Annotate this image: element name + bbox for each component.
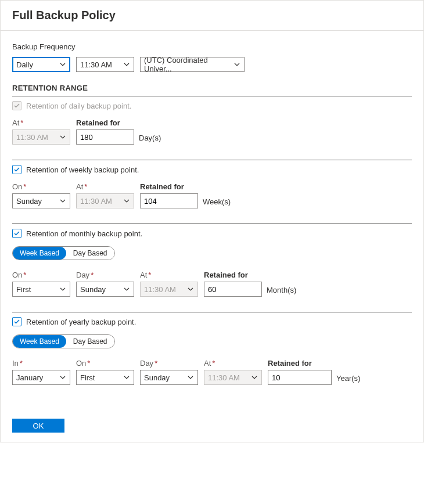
yearly-day-select[interactable]: Sunday [140, 370, 198, 385]
daily-at-select: 11:30 AM [12, 129, 70, 145]
chevron-down-icon [59, 374, 66, 381]
divider [12, 312, 412, 312]
frequency-schedule-value: Daily [16, 60, 33, 69]
daily-at-field: At* 11:30 AM [12, 118, 70, 145]
weekly-retained-label: Retained for [140, 182, 198, 191]
yearly-day-label: Day* [140, 359, 198, 368]
daily-retention-section: Retention of daily backup point. At* 11:… [12, 101, 412, 145]
weekly-on-label: On* [12, 182, 70, 191]
chevron-down-icon [123, 374, 130, 381]
monthly-basis-toggle: Week Based Day Based [12, 246, 115, 260]
retention-range-heading: RETENTION RANGE [12, 84, 412, 92]
yearly-at-field: At* 11:30 AM [204, 359, 262, 385]
yearly-in-label: In* [12, 359, 70, 368]
check-icon [13, 318, 20, 325]
monthly-unit: Month(s) [267, 286, 296, 297]
weekly-retained-input[interactable] [144, 197, 194, 206]
yearly-at-value: 11:30 AM [208, 373, 240, 382]
monthly-retained-input[interactable] [208, 285, 258, 294]
yearly-day-based-pill[interactable]: Day Based [66, 335, 114, 348]
monthly-check-row: Retention of monthly backup point. [12, 229, 412, 238]
daily-fields-row: At* 11:30 AM Retained for Day(s) [12, 118, 412, 145]
weekly-on-select[interactable]: Sunday [12, 193, 70, 208]
daily-at-label: At* [12, 118, 70, 127]
daily-check-row: Retention of daily backup point. [12, 101, 412, 110]
frequency-time-select[interactable]: 11:30 AM [76, 57, 134, 72]
full-backup-policy-panel: Full Backup Policy Backup Frequency Dail… [0, 0, 424, 442]
chevron-down-icon [251, 374, 258, 381]
daily-retained-input[interactable] [80, 133, 130, 142]
frequency-schedule-select[interactable]: Daily [12, 57, 70, 72]
yearly-day-field: Day* Sunday [140, 359, 198, 385]
monthly-week-based-pill[interactable]: Week Based [13, 247, 66, 260]
chevron-down-icon [187, 286, 194, 293]
weekly-retention-checkbox[interactable] [12, 165, 21, 174]
daily-retained-input-wrapper[interactable] [76, 129, 134, 145]
daily-retained-label: Retained for [76, 118, 134, 127]
frequency-timezone-select[interactable]: (UTC) Coordinated Univer... [140, 57, 245, 72]
monthly-on-label: On* [12, 271, 70, 279]
yearly-unit: Year(s) [336, 374, 360, 385]
yearly-in-field: In* January [12, 359, 70, 385]
chevron-down-icon [123, 286, 130, 293]
monthly-on-select[interactable]: First [12, 282, 70, 297]
monthly-day-label: Day* [76, 271, 134, 279]
yearly-in-value: January [16, 373, 43, 382]
monthly-fields-row: On* First Day* Sunday At* 1 [12, 271, 412, 297]
divider [12, 96, 412, 96]
frequency-row: Daily 11:30 AM (UTC) Coordinated Univer.… [12, 57, 412, 72]
chevron-down-icon [59, 286, 66, 293]
chevron-down-icon [233, 61, 240, 68]
yearly-on-select[interactable]: First [76, 370, 134, 385]
weekly-retained-input-wrapper[interactable] [140, 193, 198, 208]
chevron-down-icon [59, 197, 66, 204]
yearly-retained-input[interactable] [272, 373, 328, 382]
frequency-timezone-value: (UTC) Coordinated Univer... [144, 56, 230, 73]
monthly-on-value: First [16, 285, 31, 294]
monthly-retention-checkbox[interactable] [12, 229, 21, 238]
yearly-retention-checkbox[interactable] [12, 317, 21, 326]
yearly-on-label: On* [76, 359, 134, 368]
daily-retained-field: Retained for [76, 118, 134, 145]
weekly-retention-section: Retention of weekly backup point. On* Su… [12, 165, 412, 208]
yearly-on-value: First [80, 373, 95, 382]
panel-header: Full Backup Policy [1, 1, 423, 31]
weekly-unit: Week(s) [203, 197, 231, 208]
yearly-day-value: Sunday [144, 373, 170, 382]
ok-button[interactable]: OK [12, 419, 64, 433]
check-icon [13, 166, 20, 173]
monthly-day-based-pill[interactable]: Day Based [66, 247, 114, 260]
divider [12, 224, 412, 224]
weekly-on-field: On* Sunday [12, 182, 70, 208]
chevron-down-icon [123, 61, 130, 68]
daily-unit: Day(s) [139, 134, 161, 145]
monthly-day-select[interactable]: Sunday [76, 282, 134, 297]
weekly-retained-field: Retained for [140, 182, 198, 208]
check-icon [13, 230, 20, 237]
weekly-fields-row: On* Sunday At* 11:30 AM Retained for [12, 182, 412, 208]
yearly-on-field: On* First [76, 359, 134, 385]
weekly-check-label: Retention of weekly backup point. [26, 165, 139, 174]
daily-retention-checkbox [12, 101, 21, 110]
daily-at-value: 11:30 AM [16, 133, 48, 142]
monthly-at-label: At* [140, 271, 198, 279]
yearly-fields-row: In* January On* First Day* [12, 359, 412, 385]
weekly-at-label: At* [76, 182, 134, 191]
monthly-day-field: Day* Sunday [76, 271, 134, 297]
daily-check-label: Retention of daily backup point. [26, 102, 131, 110]
yearly-retained-label: Retained for [268, 359, 332, 368]
weekly-at-value: 11:30 AM [80, 197, 112, 206]
check-icon [13, 102, 20, 109]
monthly-retained-input-wrapper[interactable] [204, 282, 262, 297]
monthly-at-select: 11:30 AM [140, 282, 198, 297]
monthly-check-label: Retention of monthly backup point. [26, 229, 142, 238]
yearly-week-based-pill[interactable]: Week Based [13, 335, 66, 348]
yearly-basis-toggle: Week Based Day Based [12, 334, 115, 348]
yearly-check-row: Retention of yearly backup point. [12, 317, 412, 326]
monthly-at-field: At* 11:30 AM [140, 271, 198, 297]
panel-footer: OK [1, 409, 423, 442]
yearly-retained-input-wrapper[interactable] [268, 370, 332, 385]
weekly-check-row: Retention of weekly backup point. [12, 165, 412, 174]
yearly-at-select: 11:30 AM [204, 370, 262, 385]
yearly-in-select[interactable]: January [12, 370, 70, 385]
